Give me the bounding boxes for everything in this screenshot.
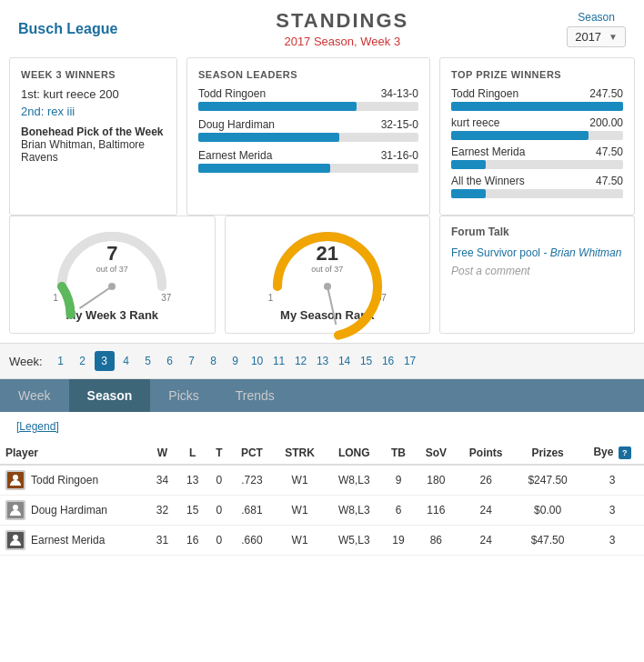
avatar: [5, 470, 25, 490]
player-cell: Todd Ringoen: [0, 465, 147, 496]
leader-bar-fill: [198, 164, 330, 173]
leader-record: 31-16-0: [381, 149, 418, 162]
prize-name: All the Winners: [451, 175, 525, 187]
week-winners-title: WEEK 3 WINNERS: [21, 69, 166, 80]
col-l: L: [177, 441, 207, 465]
week-btn-17[interactable]: 17: [400, 351, 420, 371]
forum-title: Forum Talk: [451, 226, 623, 238]
prize-bar-bg: [451, 131, 623, 140]
cell-strk: W1: [273, 465, 326, 496]
season-selector[interactable]: Season 2017 ▼: [567, 11, 626, 47]
prize-name: kurt reece: [451, 116, 499, 129]
week-btn-13[interactable]: 13: [313, 351, 333, 371]
prize-row-2: Earnest Merida 47.50: [451, 145, 623, 169]
cell-sov: 86: [415, 526, 457, 556]
bye-help-icon[interactable]: ?: [619, 446, 631, 459]
cell-prizes: $247.50: [515, 465, 580, 496]
week-btn-15[interactable]: 15: [357, 351, 377, 371]
week-nav-label: Week:: [9, 355, 43, 368]
avatar: [5, 500, 25, 520]
prize-bar-fill: [451, 131, 589, 140]
cell-strk: W1: [273, 496, 326, 526]
tab-week[interactable]: Week: [0, 379, 69, 412]
prize-name: Todd Ringoen: [451, 87, 518, 100]
prize-row-3: All the Winners 47.50: [451, 175, 623, 198]
cell-w: 31: [147, 526, 177, 556]
col-pct: PCT: [230, 441, 273, 465]
legend-link[interactable]: [Legend]: [7, 416, 68, 437]
prize-row-0: Todd Ringoen 247.50: [451, 87, 623, 111]
week-btn-7[interactable]: 7: [182, 351, 202, 371]
col-long: LONG: [327, 441, 382, 465]
week-btn-14[interactable]: 14: [335, 351, 355, 371]
post-comment-link[interactable]: Post a comment: [451, 265, 623, 277]
gauge-season-number: 21 out of 37: [311, 243, 343, 273]
cell-pct: .681: [230, 496, 273, 526]
table-body: Todd Ringoen 34 13 0 .723 W1 W8,L3 9 180…: [0, 465, 644, 556]
leader-row-2: Earnest Merida 31-16-0: [198, 149, 418, 173]
week-btn-9[interactable]: 9: [226, 351, 246, 371]
season-label: Season: [567, 11, 626, 24]
season-leaders-card: SEASON LEADERS Todd Ringoen 34-13-0 Doug…: [186, 57, 430, 216]
prize-bar-fill: [451, 160, 486, 169]
forum-link-row: Free Survivor pool - Brian Whitman: [451, 246, 623, 259]
col-prizes: Prizes: [515, 441, 580, 465]
leader-bar-fill: [198, 102, 357, 111]
prize-bar-fill: [451, 189, 486, 198]
prize-name: Earnest Merida: [451, 145, 525, 158]
cell-points: 26: [457, 465, 515, 496]
week-btn-6[interactable]: 6: [160, 351, 180, 371]
leader-bar-bg: [198, 164, 418, 173]
leader-name: Todd Ringoen: [198, 87, 266, 100]
cell-sov: 116: [415, 496, 457, 526]
leader-record: 32-15-0: [381, 118, 418, 131]
player-name: Earnest Merida: [31, 534, 105, 547]
week-buttons: 1234567891011121314151617: [50, 351, 421, 371]
header: Busch League STANDINGS 2017 Season, Week…: [0, 0, 644, 57]
leader-row-1: Doug Hardiman 32-15-0: [198, 118, 418, 142]
week-btn-3[interactable]: 3: [95, 351, 115, 371]
svg-point-7: [13, 505, 18, 510]
cell-bye: 3: [580, 526, 644, 556]
forum-link[interactable]: Free Survivor pool - Brian Whitman: [451, 246, 621, 259]
cell-t: 0: [207, 526, 230, 556]
col-player: Player: [0, 441, 147, 465]
table-row: Todd Ringoen 34 13 0 .723 W1 W8,L3 9 180…: [0, 465, 644, 496]
col-sov: SoV: [415, 441, 457, 465]
week-btn-4[interactable]: 4: [116, 351, 136, 371]
bonehead-label: Bonehead Pick of the Week: [21, 125, 166, 138]
player-name: Todd Ringoen: [31, 474, 98, 486]
week-btn-8[interactable]: 8: [204, 351, 224, 371]
season-dropdown[interactable]: 2017 ▼: [567, 26, 626, 47]
week-btn-16[interactable]: 16: [378, 351, 398, 371]
table-header-row: Player W L T PCT STRK LONG TB SoV Points…: [0, 441, 644, 465]
cell-w: 34: [147, 465, 177, 496]
week-btn-12[interactable]: 12: [291, 351, 311, 371]
week-btn-11[interactable]: 11: [269, 351, 289, 371]
week-btn-1[interactable]: 1: [51, 351, 71, 371]
svg-point-3: [324, 283, 331, 290]
player-cell: Earnest Merida: [0, 526, 147, 556]
gauge-week-title: My Week 3 Rank: [21, 308, 204, 322]
table-row: Earnest Merida 31 16 0 .660 W1 W5,L3 19 …: [0, 526, 644, 556]
standings-center: STANDINGS 2017 Season, Week 3: [276, 9, 408, 48]
gauge-season-labels: 1 37: [268, 293, 387, 303]
cell-l: 13: [177, 465, 207, 496]
tab-trends[interactable]: Trends: [217, 379, 293, 412]
leader-row-0: Todd Ringoen 34-13-0: [198, 87, 418, 111]
cell-tb: 6: [382, 496, 416, 526]
tab-picks[interactable]: Picks: [150, 379, 216, 412]
week-btn-2[interactable]: 2: [73, 351, 93, 371]
prize-bar-bg: [451, 160, 623, 169]
season-value: 2017: [575, 30, 601, 44]
col-tb: TB: [382, 441, 416, 465]
middle-row: 7 out of 37 1 37 My Week 3 Rank 21 out o…: [0, 216, 644, 343]
cell-bye: 3: [580, 496, 644, 526]
winner-second: 2nd: rex iii: [21, 105, 166, 118]
tab-season[interactable]: Season: [69, 379, 151, 412]
week-btn-5[interactable]: 5: [138, 351, 158, 371]
prize-row-1: kurt reece 200.00: [451, 116, 623, 140]
week-btn-10[interactable]: 10: [247, 351, 267, 371]
cell-strk: W1: [273, 526, 326, 556]
prize-bar-bg: [451, 102, 623, 111]
